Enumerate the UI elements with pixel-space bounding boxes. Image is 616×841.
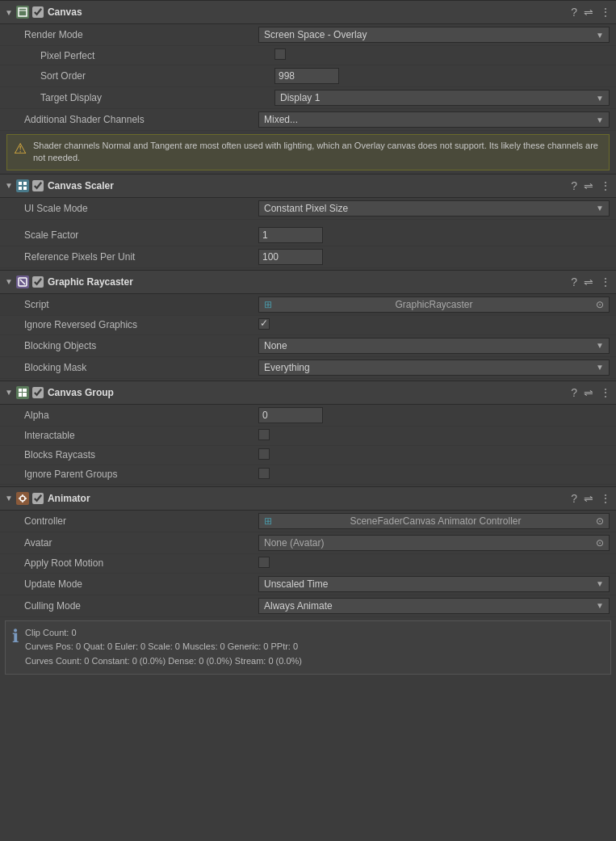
canvas-scaler-title: Canvas Scaler	[48, 180, 571, 191]
svg-rect-2	[19, 182, 22, 185]
animator-header[interactable]: ▼ Animator ? ⇌ ⋮	[0, 486, 616, 511]
canvas-scaler-menu-icon[interactable]: ⋮	[600, 179, 611, 192]
sort-order-value[interactable]	[274, 68, 610, 84]
graphic-raycaster-properties: Script ⊞ GraphicRaycaster ⊙ Ignore Rever…	[0, 294, 616, 379]
canvas-group-title: Canvas Group	[48, 387, 571, 398]
script-label: Script	[24, 299, 258, 310]
animator-help-icon[interactable]: ?	[571, 492, 577, 505]
interactable-checkbox[interactable]	[258, 429, 270, 440]
svg-rect-4	[19, 187, 22, 190]
pixel-perfect-value	[274, 48, 610, 62]
additional-shader-label: Additional Shader Channels	[24, 114, 258, 125]
interactable-row: Interactable	[0, 427, 616, 446]
culling-mode-dropdown[interactable]: Always Animate ▼	[258, 598, 610, 614]
canvas-scaler-help-icon[interactable]: ?	[571, 179, 577, 192]
apply-root-motion-row: Apply Root Motion	[0, 554, 616, 574]
graphic-raycaster-header[interactable]: ▼ Graphic Raycaster ? ⇌ ⋮	[0, 270, 616, 294]
blocking-objects-dropdown[interactable]: None ▼	[258, 338, 610, 354]
reference-pixels-label: Reference Pixels Per Unit	[24, 251, 258, 263]
canvas-scaler-icon	[16, 179, 29, 192]
controller-field: ⊞ SceneFaderCanvas Animator Controller ⊙	[258, 513, 610, 529]
blocking-objects-value[interactable]: None ▼	[258, 338, 610, 354]
reference-pixels-value[interactable]	[258, 249, 610, 265]
blocking-mask-value[interactable]: Everything ▼	[258, 360, 610, 376]
additional-shader-dropdown[interactable]: Mixed... ▼	[258, 111, 610, 128]
apply-root-motion-checkbox[interactable]	[258, 557, 270, 568]
canvas-warning-box: ⚠ Shader channels Normal and Tangent are…	[6, 134, 610, 170]
render-mode-value[interactable]: Screen Space - Overlay ▼	[258, 27, 610, 43]
avatar-target-icon[interactable]: ⊙	[596, 537, 604, 549]
update-mode-dropdown[interactable]: Unscaled Time ▼	[258, 576, 610, 592]
reference-pixels-input[interactable]	[258, 249, 323, 265]
canvas-scaler-header[interactable]: ▼ Canvas Scaler ? ⇌ ⋮	[0, 174, 616, 198]
update-mode-value[interactable]: Unscaled Time ▼	[258, 576, 610, 592]
pixel-perfect-checkbox[interactable]	[274, 48, 286, 60]
blocks-raycasts-checkbox[interactable]	[258, 448, 270, 460]
scale-factor-input[interactable]	[258, 227, 323, 243]
canvas-settings-icon[interactable]: ⇌	[584, 6, 593, 19]
ignore-reversed-graphics-row: Ignore Reversed Graphics	[0, 316, 616, 335]
culling-mode-value[interactable]: Always Animate ▼	[258, 598, 610, 614]
blocking-mask-arrow: ▼	[596, 363, 604, 372]
target-display-dropdown[interactable]: Display 1 ▼	[274, 90, 610, 106]
additional-shader-value[interactable]: Mixed... ▼	[258, 111, 610, 128]
canvas-group-header[interactable]: ▼ Canvas Group ? ⇌ ⋮	[0, 381, 616, 405]
ignore-parent-groups-checkbox[interactable]	[258, 468, 270, 479]
animator-component: ▼ Animator ? ⇌ ⋮ Controller	[0, 486, 616, 675]
info-icon: ℹ	[12, 626, 19, 647]
animator-enabled-checkbox[interactable]	[32, 493, 44, 504]
canvas-enabled-checkbox[interactable]	[32, 6, 44, 18]
canvas-group-arrow[interactable]: ▼	[5, 388, 13, 397]
blocking-mask-text: Everything	[264, 362, 310, 373]
scale-factor-value[interactable]	[258, 227, 610, 243]
canvas-scaler-settings-icon[interactable]: ⇌	[584, 179, 593, 192]
animator-arrow[interactable]: ▼	[5, 494, 13, 502]
graphic-raycaster-settings-icon[interactable]: ⇌	[584, 275, 593, 288]
ui-scale-mode-dropdown[interactable]: Constant Pixel Size ▼	[258, 200, 610, 217]
alpha-input[interactable]	[258, 407, 323, 423]
culling-mode-text: Always Animate	[264, 600, 333, 612]
graphic-raycaster-arrow[interactable]: ▼	[5, 277, 13, 286]
graphic-raycaster-menu-icon[interactable]: ⋮	[600, 275, 611, 288]
interactable-checkbox-value	[258, 429, 610, 443]
controller-target-icon[interactable]: ⊙	[596, 515, 604, 527]
canvas-group-enabled-checkbox[interactable]	[32, 387, 44, 398]
additional-shader-dropdown-arrow: ▼	[596, 116, 604, 124]
alpha-value[interactable]	[258, 407, 610, 423]
sort-order-row: Sort Order	[0, 65, 616, 87]
canvas-group-settings-icon[interactable]: ⇌	[584, 386, 593, 399]
controller-label: Controller	[24, 515, 258, 527]
blocking-mask-dropdown[interactable]: Everything ▼	[258, 360, 610, 376]
blocks-raycasts-label: Blocks Raycasts	[24, 449, 258, 460]
canvas-scaler-enabled-checkbox[interactable]	[32, 180, 44, 191]
script-field: ⊞ GraphicRaycaster ⊙	[258, 296, 610, 313]
render-mode-dropdown[interactable]: Screen Space - Overlay ▼	[258, 27, 610, 43]
controller-type-icon: ⊞	[264, 515, 272, 527]
graphic-raycaster-icon	[16, 275, 29, 288]
ignore-parent-groups-label: Ignore Parent Groups	[24, 469, 258, 480]
animator-menu-icon[interactable]: ⋮	[600, 492, 611, 505]
sort-order-input[interactable]	[274, 68, 339, 84]
canvas-scaler-arrow[interactable]: ▼	[5, 181, 13, 190]
animator-info-box: ℹ Clip Count: 0 Curves Pos: 0 Quat: 0 Eu…	[5, 620, 611, 675]
apply-root-motion-label: Apply Root Motion	[24, 557, 258, 569]
ignore-reversed-graphics-checkbox[interactable]	[258, 318, 270, 330]
canvas-help-icon[interactable]: ?	[571, 6, 577, 19]
graphic-raycaster-help-icon[interactable]: ?	[571, 275, 577, 288]
canvas-group-help-icon[interactable]: ?	[571, 386, 577, 399]
animator-settings-icon[interactable]: ⇌	[584, 492, 593, 505]
inspector-panel: ▼ Canvas ? ⇌ ⋮ Render Mode Screen Spac	[0, 0, 616, 675]
ui-scale-mode-value[interactable]: Constant Pixel Size ▼	[258, 200, 610, 217]
script-target-icon[interactable]: ⊙	[596, 299, 604, 310]
target-display-row: Target Display Display 1 ▼	[0, 87, 616, 109]
canvas-header[interactable]: ▼ Canvas ? ⇌ ⋮	[0, 0, 616, 24]
script-type-icon: ⊞	[264, 299, 272, 310]
canvas-group-menu-icon[interactable]: ⋮	[600, 386, 611, 399]
script-text: GraphicRaycaster	[395, 299, 472, 310]
target-display-value[interactable]: Display 1 ▼	[274, 90, 610, 106]
blocking-objects-text: None	[264, 340, 287, 351]
canvas-menu-icon[interactable]: ⋮	[600, 6, 611, 19]
graphic-raycaster-enabled-checkbox[interactable]	[32, 276, 44, 288]
canvas-arrow[interactable]: ▼	[5, 8, 13, 17]
graphic-raycaster-header-icons: ? ⇌ ⋮	[571, 275, 611, 288]
